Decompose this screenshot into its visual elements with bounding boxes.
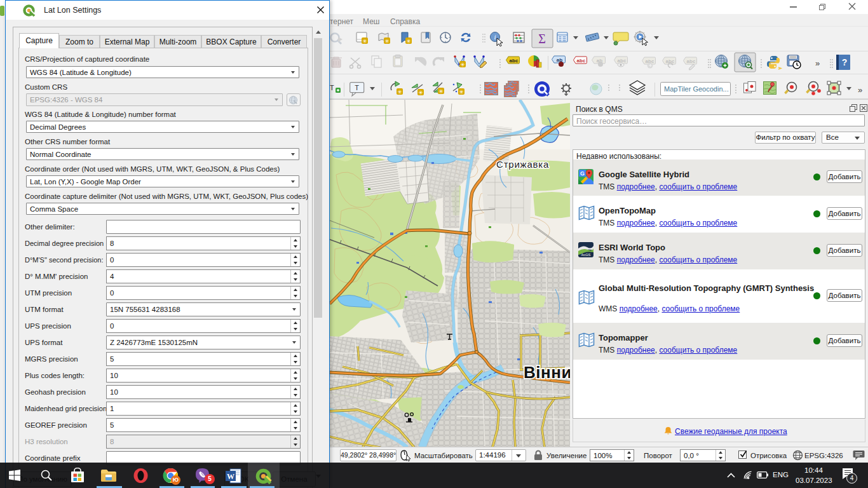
svg-text:✳: ✳ — [460, 62, 465, 68]
svg-text:Σ: Σ — [538, 32, 546, 46]
svg-text:✳: ✳ — [362, 38, 367, 44]
svg-text:ArcGIS: ArcGIS — [581, 254, 591, 257]
svg-text:abc: abc — [577, 58, 586, 64]
svg-text:MapTiler Geocodin...: MapTiler Geocodin... — [664, 85, 729, 93]
svg-text:abc: abc — [510, 58, 519, 64]
svg-text:✳: ✳ — [438, 88, 444, 95]
svg-text:✳: ✳ — [418, 90, 423, 96]
svg-text:»: » — [858, 85, 862, 95]
svg-text:✳: ✳ — [397, 89, 402, 95]
svg-text:G: G — [580, 170, 585, 177]
svg-text:W: W — [227, 472, 234, 481]
svg-text:?: ? — [842, 57, 848, 67]
svg-text:i: i — [494, 33, 496, 41]
svg-text:abc: abc — [618, 58, 627, 64]
svg-text:✳: ✳ — [459, 89, 464, 95]
svg-text:Вінни: Вінни — [524, 363, 570, 382]
svg-text:Стрижавка: Стрижавка — [496, 159, 549, 170]
svg-text:✳: ✳ — [384, 38, 390, 44]
svg-text:T: T — [355, 84, 359, 92]
svg-text:abc: abc — [687, 58, 696, 64]
svg-text:✳: ✳ — [406, 38, 411, 44]
svg-text:»: » — [815, 58, 820, 68]
